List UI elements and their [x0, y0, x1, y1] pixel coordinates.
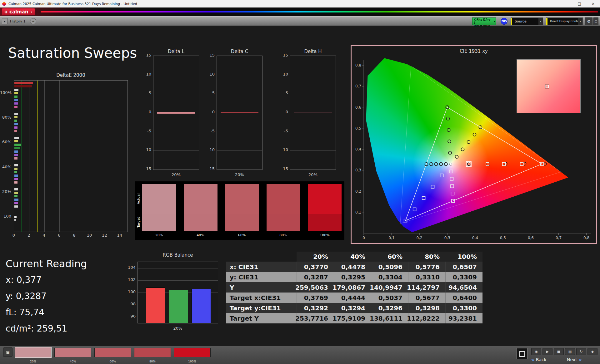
- delta-ytick-label: -10: [277, 147, 288, 152]
- deltae-bar: [14, 157, 18, 160]
- next-button[interactable]: Next »: [567, 356, 582, 363]
- delta-ytick-label: -5: [277, 129, 288, 133]
- table-cell: 0,3769: [297, 293, 334, 303]
- table-cell: 112,8222: [408, 313, 445, 323]
- delta-ytick-label: 5: [277, 91, 288, 95]
- pattern-swatch-80%[interactable]: [134, 348, 171, 357]
- deltae-bar: [14, 195, 18, 197]
- deltae-xtick-label: 2: [24, 233, 33, 238]
- delta-gridline: [290, 94, 336, 94]
- transport-icon-button-2[interactable]: ▶: [542, 348, 552, 355]
- actual-row-label: Actual: [137, 189, 140, 208]
- deltae-bar: [14, 150, 18, 153]
- table-cell: 0,3309: [445, 272, 482, 282]
- back-button[interactable]: « Back: [531, 356, 547, 363]
- transport-icon-button-6[interactable]: ◆: [588, 348, 598, 355]
- history-prev-button[interactable]: ▸: [2, 18, 8, 24]
- delta-gridline: [153, 94, 199, 94]
- layout-toggle-button[interactable]: ◫: [593, 17, 598, 25]
- pattern-swatch-40%[interactable]: [54, 348, 91, 357]
- pattern-preview-button[interactable]: [516, 348, 528, 359]
- deltae-xtick-label: 6: [54, 233, 64, 238]
- app-window: Calman 2025 Calman Ultimate for Business…: [0, 0, 600, 364]
- brand-bar: calman ▾: [0, 7, 600, 16]
- pattern-window-button[interactable]: ▣: [3, 347, 12, 357]
- cie-xtick-label: 0: [362, 236, 365, 240]
- pattern-swatch-100%[interactable]: [174, 348, 211, 357]
- yellow-sweep-point: [473, 133, 476, 136]
- source-dropdown[interactable]: Source ▾: [511, 17, 543, 25]
- meter-dropdown[interactable]: X-Rite i1Pro 3 Direct View ▾: [472, 17, 496, 25]
- next-label: Next: [567, 357, 577, 362]
- pattern-swatch-20%[interactable]: [15, 347, 52, 358]
- maximize-button[interactable]: □: [572, 0, 586, 7]
- target-patch: [142, 214, 176, 231]
- rgb-balance-chart: [138, 262, 218, 323]
- deltae-bar: [14, 164, 18, 166]
- cie-chart-panel: CIE 1931 xy 00,10,20,30,40,50,60,70,80,1…: [351, 45, 597, 244]
- calman-menu-button[interactable]: calman ▾: [2, 8, 35, 15]
- transport-icon-button-5[interactable]: ↻: [576, 348, 586, 355]
- table-column-header: 20%: [297, 252, 334, 262]
- meter-count-badge: 705: [501, 18, 508, 25]
- cyan-sweep-point: [444, 163, 448, 166]
- deltae-xtick-label: 0: [9, 233, 18, 238]
- rgb-balance-title: RGB Balance: [138, 252, 218, 258]
- rgb-ytick-label: 100: [124, 289, 136, 294]
- table-cell: 0,5776: [408, 262, 445, 272]
- table-column-header: 100%: [445, 252, 482, 262]
- cyan-sweep-point: [435, 163, 438, 166]
- deltae-bar: [14, 202, 18, 204]
- table-cell: 0,3770: [297, 262, 334, 272]
- rgb-balance-bar-blue: [192, 289, 211, 323]
- chevron-down-icon: ▾: [31, 11, 32, 13]
- target-patch: [267, 214, 300, 231]
- rgb-balance-bar-green: [169, 290, 188, 323]
- yellow-sweep-point: [479, 125, 482, 129]
- delta-gridline: [153, 75, 199, 75]
- chevron-down-icon: ▾: [578, 18, 582, 25]
- delta-gridline: [217, 75, 262, 75]
- delta-ytick-label: -5: [140, 129, 151, 133]
- magenta-sweep-point: [451, 184, 454, 188]
- deltae-bar: [14, 120, 17, 122]
- delta_l-bar: [157, 112, 195, 114]
- actual-patch: [184, 184, 218, 214]
- deltae-bar: [14, 219, 16, 221]
- cie-ytick-label: 0,5: [355, 126, 361, 130]
- transport-icon-button-4[interactable]: ▤: [565, 348, 575, 355]
- rgb-ytick-label: 102: [124, 277, 136, 282]
- close-button[interactable]: ×: [586, 0, 600, 7]
- transport-icon-button-1[interactable]: ◉: [531, 348, 541, 355]
- actual-patch: [267, 184, 300, 214]
- outer-gamut-triangle: [400, 66, 561, 224]
- deltae-bar: [14, 92, 18, 94]
- pattern-swatch-label: 60%: [94, 360, 131, 363]
- deltae-bar: [14, 147, 20, 149]
- deltae-bar: [14, 116, 18, 118]
- settings-button[interactable]: ⚙: [585, 17, 592, 25]
- deltae-bar: [14, 188, 18, 190]
- deltae-bar: [14, 140, 18, 142]
- cie-plot: 00,10,20,30,40,50,60,70,80,10,20,30,40,5…: [352, 46, 596, 243]
- deltae-bar: [14, 123, 18, 125]
- patch-compare-panel: ActualTarget20%40%60%80%100%: [135, 181, 344, 240]
- rgb-gridline: [138, 268, 218, 268]
- current-reading-fl: fL: 75,74: [6, 307, 87, 317]
- meter-mode: Direct View: [474, 25, 492, 28]
- minimize-button[interactable]: –: [559, 0, 572, 7]
- chevron-down-icon: ▾: [494, 20, 495, 23]
- table-cell: 138,6111: [371, 313, 408, 323]
- transport-icon-button-3[interactable]: ■: [554, 348, 564, 355]
- deltae-bar: [14, 171, 17, 173]
- delta-ytick-label: -5: [203, 129, 215, 133]
- history-next-button[interactable]: →: [30, 18, 36, 24]
- tab-history-1[interactable]: History 1: [10, 19, 26, 23]
- spectrum-strip: [41, 11, 598, 12]
- pattern-swatch-60%[interactable]: [94, 348, 131, 357]
- display-control-dropdown[interactable]: Direct Display Control ▾: [546, 17, 583, 25]
- table-row-label: Target Y: [226, 313, 297, 323]
- pattern-swatch-label: 20%: [15, 360, 52, 363]
- deltae-ytick-label: 40%: [0, 165, 11, 169]
- target-patch: [308, 214, 342, 231]
